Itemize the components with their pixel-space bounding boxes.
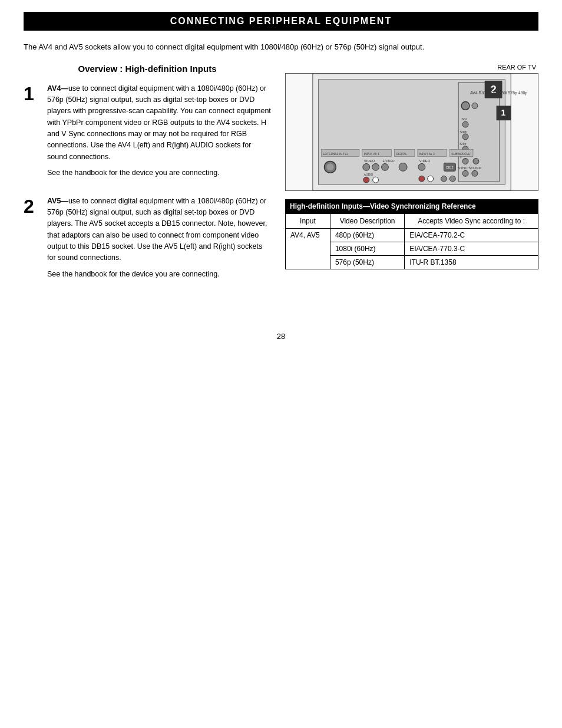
col-input: Input bbox=[286, 213, 330, 228]
svg-text:DB15: DB15 bbox=[446, 166, 454, 169]
svg-point-46 bbox=[428, 176, 434, 182]
col-accepts-sync: Accepts Video Sync according to : bbox=[405, 213, 538, 228]
cell-desc-1: 480p (60Hz) bbox=[330, 228, 404, 242]
svg-point-9 bbox=[472, 103, 478, 108]
svg-text:INPUT AV 1: INPUT AV 1 bbox=[364, 152, 379, 155]
svg-text:S/V: S/V bbox=[461, 117, 467, 121]
section-2-term: AV5— bbox=[47, 197, 68, 205]
section-2-text: AV5—use to connect digital equipment wit… bbox=[47, 196, 271, 264]
svg-text:S/Pr: S/Pr bbox=[459, 141, 467, 145]
svg-point-21 bbox=[472, 170, 478, 176]
svg-text:INPUT AV 2: INPUT AV 2 bbox=[419, 152, 435, 155]
svg-point-50 bbox=[449, 176, 455, 182]
svg-point-8 bbox=[461, 101, 470, 110]
svg-text:S/Pb: S/Pb bbox=[459, 130, 468, 133]
section-1-note: See the handbook for the device you are … bbox=[47, 167, 271, 179]
svg-text:VIDEO: VIDEO bbox=[419, 159, 431, 163]
svg-point-36 bbox=[372, 163, 379, 170]
cell-desc-3: 576p (50Hz) bbox=[330, 255, 404, 269]
page-number: 28 bbox=[24, 332, 538, 341]
section-number-2: 2 bbox=[24, 197, 40, 216]
hd-table: High-definition Inputs—Video Synchronizi… bbox=[285, 199, 538, 269]
right-column: REAR OF TV 2 1 AV4 R/C 4 bbox=[285, 64, 538, 297]
svg-text:SUBWOOFER: SUBWOOFER bbox=[451, 152, 471, 155]
svg-text:1: 1 bbox=[501, 108, 506, 117]
left-column: Overview : High-definition Inputs 1 AV4—… bbox=[24, 64, 271, 297]
section-2-note: See the handbook for the device you are … bbox=[47, 269, 271, 280]
svg-point-42 bbox=[399, 163, 407, 171]
rear-tv-label: REAR OF TV bbox=[285, 64, 538, 71]
svg-point-45 bbox=[419, 176, 425, 182]
svg-text:VIDEO: VIDEO bbox=[364, 159, 375, 163]
svg-point-35 bbox=[363, 163, 370, 170]
section-av4: 1 AV4—use to connect digital equipment w… bbox=[24, 83, 271, 184]
section-number-1: 1 bbox=[24, 84, 40, 103]
section-av5: 2 AV5—use to connect digital equipment w… bbox=[24, 196, 271, 285]
section-body-1: AV4—use to connect digital equipment wit… bbox=[47, 83, 271, 184]
svg-point-40 bbox=[363, 177, 369, 183]
table-row: AV4, AV5 480p (60Hz) EIA/CEA-770.2-C bbox=[286, 228, 538, 242]
svg-point-44 bbox=[418, 163, 425, 170]
svg-point-11 bbox=[462, 121, 468, 127]
tv-diagram-svg: 2 1 AV4 R/C 480p 1080i 576p 480p S/V S/P… bbox=[286, 74, 538, 190]
svg-point-20 bbox=[462, 170, 468, 176]
table-header-row: Input Video Description Accepts Video Sy… bbox=[286, 213, 538, 228]
section-body-2: AV5—use to connect digital equipment wit… bbox=[47, 196, 271, 285]
intro-text: The AV4 and AV5 sockets allow you to con… bbox=[24, 41, 538, 53]
svg-point-18 bbox=[473, 158, 479, 164]
svg-text:DIGITAL: DIGITAL bbox=[396, 152, 407, 155]
svg-point-41 bbox=[373, 177, 379, 183]
cell-desc-2: 1080i (60Hz) bbox=[330, 242, 404, 255]
svg-text:E VIDEO: E VIDEO bbox=[383, 160, 395, 163]
cell-input: AV4, AV5 bbox=[286, 228, 330, 269]
cell-std-3: ITU-R BT.1358 bbox=[405, 255, 538, 269]
svg-point-33 bbox=[326, 163, 333, 170]
svg-text:SYNC SOUND: SYNC SOUND bbox=[458, 166, 481, 170]
section-1-text: AV4—use to connect digital equipment wit… bbox=[47, 83, 271, 163]
cell-std-2: EIA/CEA-770.3-C bbox=[405, 242, 538, 255]
table-caption: High-definition Inputs—Video Synchronizi… bbox=[285, 199, 538, 213]
svg-text:AV4 R/C  480p 1080i 576p 480p: AV4 R/C 480p 1080i 576p 480p bbox=[470, 90, 527, 95]
section-1-term: AV4— bbox=[47, 84, 68, 93]
svg-point-17 bbox=[462, 158, 468, 164]
tv-diagram: 2 1 AV4 R/C 480p 1080i 576p 480p S/V S/P… bbox=[285, 73, 538, 191]
svg-point-38 bbox=[382, 163, 389, 170]
overview-title: Overview : High-definition Inputs bbox=[24, 64, 271, 74]
svg-text:EXTERNAL IN TV2: EXTERNAL IN TV2 bbox=[323, 152, 349, 155]
page-title: Connecting Peripheral Equipment bbox=[24, 12, 538, 31]
col-video-desc: Video Description bbox=[330, 213, 404, 228]
svg-point-13 bbox=[462, 133, 468, 139]
svg-text:AUDIO: AUDIO bbox=[364, 173, 373, 176]
content-area: Overview : High-definition Inputs 1 AV4—… bbox=[24, 64, 538, 297]
cell-std-1: EIA/CEA-770.2-C bbox=[405, 228, 538, 242]
svg-point-49 bbox=[441, 176, 447, 182]
